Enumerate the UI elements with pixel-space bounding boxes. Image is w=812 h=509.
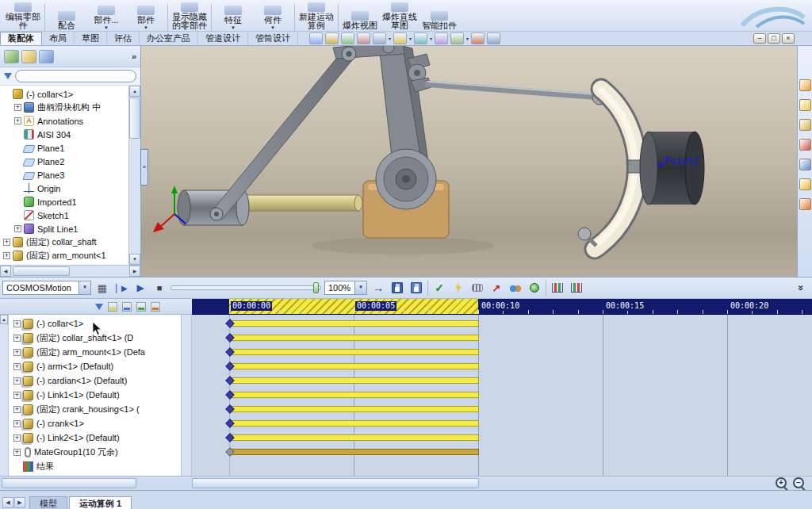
solidworks-resources-icon[interactable] xyxy=(799,79,811,91)
design-library-icon[interactable] xyxy=(799,99,811,111)
expand-icon[interactable] xyxy=(13,406,21,413)
ribbon-button-6[interactable]: 特征▼ xyxy=(213,0,253,31)
scroll-down-icon[interactable]: ▼ xyxy=(129,254,140,265)
featuretree-item[interactable]: Annotations xyxy=(0,114,128,128)
file-explorer-icon[interactable] xyxy=(799,119,811,131)
view-palette-icon[interactable] xyxy=(799,159,811,170)
filter-funnel-icon[interactable] xyxy=(95,304,103,310)
expand-icon[interactable] xyxy=(13,420,21,427)
ribbon-button-8[interactable]: 新建运动算例 xyxy=(297,0,336,31)
motion-tree-item[interactable]: (-) Link2<1> (Default) xyxy=(9,431,181,445)
command-tab-5[interactable]: 办公室产品 xyxy=(140,32,198,45)
timeline-row[interactable] xyxy=(192,431,812,445)
expand-icon[interactable] xyxy=(13,392,21,399)
expand-icon[interactable] xyxy=(14,225,21,232)
timeline-row[interactable] xyxy=(192,331,812,345)
timeline-row[interactable] xyxy=(192,373,812,388)
motion-tree-item[interactable]: (-) Link1<1> (Default) xyxy=(9,388,181,402)
motion-setup-button[interactable] xyxy=(569,280,584,296)
dropdown-arrow-icon[interactable]: ▾ xyxy=(409,36,412,41)
restore-button[interactable]: □ xyxy=(768,33,780,44)
featuretree-item[interactable]: 曲柄滑块机构 中 xyxy=(0,101,128,114)
motion-tree-item[interactable]: (-) cardian<1> (Default) xyxy=(9,373,181,388)
expand-icon[interactable] xyxy=(13,434,21,442)
filter-selected-icon[interactable] xyxy=(136,302,146,312)
gravity-button[interactable] xyxy=(527,280,542,296)
save-animation-button[interactable] xyxy=(389,280,405,296)
expand-icon[interactable] xyxy=(3,252,10,259)
tree-horizontal-scrollbar[interactable]: ◀ ▶ xyxy=(0,265,140,277)
timeline-row[interactable] xyxy=(192,416,812,431)
featuretree-item[interactable]: Origin xyxy=(0,182,128,195)
timeline-bar[interactable] xyxy=(229,377,479,384)
slider-thumb[interactable] xyxy=(313,282,319,293)
command-tab-2[interactable]: 布局 xyxy=(42,32,75,45)
command-tab-7[interactable]: 管筒设计 xyxy=(248,32,298,45)
command-tab-3[interactable]: 草图 xyxy=(75,32,107,45)
timeline-row[interactable] xyxy=(192,388,812,402)
timeline-bar[interactable] xyxy=(229,363,479,369)
dropdown-arrow-icon[interactable]: ▾ xyxy=(466,36,469,41)
ribbon-button-9[interactable]: 爆炸视图 xyxy=(340,0,380,31)
expand-icon[interactable] xyxy=(13,377,21,385)
edit-appearance-icon[interactable] xyxy=(450,33,464,44)
motion-study-type-combo[interactable]: COSMOSMotion xyxy=(2,281,91,295)
scrollbar-thumb[interactable] xyxy=(129,98,140,139)
zoom-area-icon[interactable] xyxy=(341,33,354,44)
motion-tree-item[interactable]: 结果 xyxy=(9,459,181,473)
ribbon-button-3[interactable]: 部件...▼ xyxy=(86,0,126,31)
timeline-zoom-in-button[interactable]: + xyxy=(776,477,787,488)
combo-arrow-icon[interactable] xyxy=(79,281,90,294)
timeline-row[interactable] xyxy=(192,402,812,416)
expand-icon[interactable] xyxy=(3,239,10,246)
stop-button[interactable] xyxy=(151,280,167,296)
expand-icon[interactable] xyxy=(13,449,21,456)
expand-icon[interactable] xyxy=(13,335,21,342)
playback-speed-combo[interactable]: 100% xyxy=(324,281,367,295)
point-annotation[interactable]: Point2 xyxy=(665,155,699,166)
timeline-area[interactable] xyxy=(192,315,812,476)
apply-scene-icon[interactable] xyxy=(471,33,485,44)
motor-button[interactable] xyxy=(450,280,466,296)
scroll-right-icon[interactable]: ▶ xyxy=(129,266,140,277)
calculate-simulation-button[interactable] xyxy=(431,280,447,296)
spring-button[interactable] xyxy=(469,280,485,296)
zoom-fit-icon[interactable] xyxy=(325,33,339,44)
featuretree-item[interactable]: Plane1 xyxy=(0,141,128,155)
dropdown-arrow-icon[interactable]: ▾ xyxy=(430,36,432,41)
timeline-ruler[interactable]: 00:00:0000:00:0500:00:1000:00:1500:00:20 xyxy=(192,299,812,315)
previous-view-icon[interactable] xyxy=(357,33,370,44)
combo-arrow-icon[interactable] xyxy=(354,281,366,294)
timeline-bar[interactable] xyxy=(229,406,479,412)
featuretree-item[interactable]: Sketch1 xyxy=(0,209,128,222)
featuretree-item[interactable]: AISI 304 xyxy=(0,128,128,141)
featuretree-item[interactable]: Split Line1 xyxy=(0,222,128,235)
timeline-bar[interactable] xyxy=(229,349,479,355)
featuretree-item[interactable]: (固定) arm_mount<1 xyxy=(0,249,128,262)
timeline-row[interactable] xyxy=(192,459,812,473)
scroll-up-icon[interactable]: ▲ xyxy=(129,86,140,97)
timeline-position-slider[interactable] xyxy=(170,285,321,290)
featuretree-item[interactable]: (-) collar<1> xyxy=(0,87,128,101)
configurationmanager-tab-icon[interactable] xyxy=(39,50,54,63)
ribbon-button-7[interactable]: 何件▼ xyxy=(253,0,293,31)
play-button[interactable] xyxy=(132,280,148,296)
motion-tree-item[interactable]: MateGroup1(10 冗余) xyxy=(9,445,181,459)
featuretree-item[interactable]: Plane3 xyxy=(0,168,128,182)
timeline-zoom-out-button[interactable]: − xyxy=(793,477,804,488)
study-tab-2[interactable]: 运动算例 1 xyxy=(69,496,132,509)
select-arrow-icon[interactable] xyxy=(309,33,323,44)
motion-tree-item[interactable]: (-) crank<1> xyxy=(9,416,181,431)
scroll-up-icon[interactable]: ▲ xyxy=(0,315,8,324)
motion-tree-item[interactable]: (固定) crank_housing<1> ( xyxy=(9,402,181,416)
propertymanager-tab-icon[interactable] xyxy=(21,50,36,63)
panel-collapse-handle[interactable] xyxy=(140,149,148,186)
ribbon-button-10[interactable]: 爆炸直线草图 xyxy=(380,0,419,31)
graphics-viewport[interactable]: Point2 xyxy=(141,46,797,277)
motion-tree-vertical-scrollbar[interactable] xyxy=(181,315,192,476)
filter-animated-icon[interactable] xyxy=(108,302,117,312)
tree-hscroll-thumb[interactable] xyxy=(2,478,136,488)
contact-button[interactable] xyxy=(508,280,523,296)
view-orientation-icon[interactable] xyxy=(393,33,407,44)
appearances-icon[interactable] xyxy=(799,178,811,190)
